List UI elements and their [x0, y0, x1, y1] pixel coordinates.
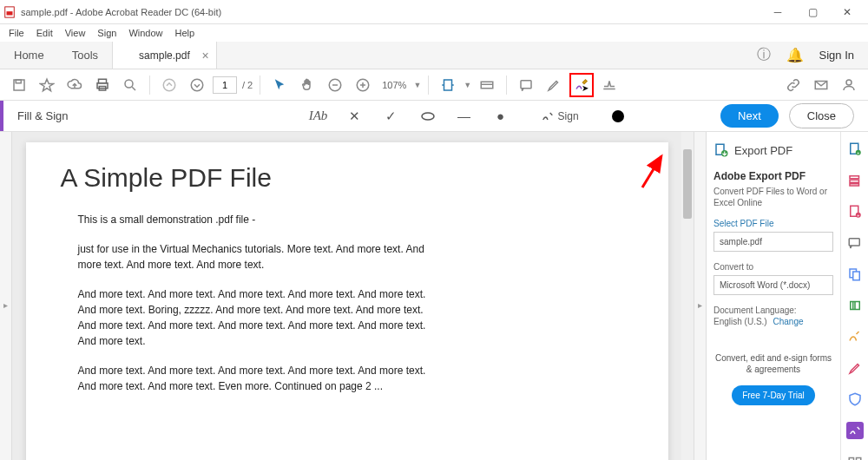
- menu-help[interactable]: Help: [170, 26, 201, 40]
- svg-text:+: +: [857, 150, 859, 155]
- doc-language-value: English (U.S.): [713, 317, 767, 326]
- hand-tool-icon[interactable]: [295, 73, 319, 97]
- shield-icon[interactable]: [846, 391, 864, 408]
- dot-tool-icon[interactable]: ●: [490, 106, 511, 127]
- right-tools-rail: + +: [840, 132, 868, 460]
- compress-pdf-icon[interactable]: [846, 297, 864, 314]
- comment-tool-icon[interactable]: [846, 234, 864, 252]
- fit-width-icon[interactable]: [436, 73, 460, 97]
- fill-sign-label: Fill & Sign: [3, 109, 82, 122]
- text-tool-icon[interactable]: IAb: [308, 106, 329, 127]
- zoom-level[interactable]: 107%: [382, 80, 406, 90]
- organize-pages-icon[interactable]: [846, 266, 864, 283]
- zoom-in-icon[interactable]: [351, 73, 375, 97]
- title-bar: sample.pdf - Adobe Acrobat Reader DC (64…: [0, 0, 868, 24]
- svg-rect-3: [16, 80, 21, 83]
- redact-icon[interactable]: [846, 328, 864, 345]
- svg-point-11: [191, 79, 203, 91]
- document-tab-label: sample.pdf: [139, 49, 190, 62]
- page-number-input[interactable]: [213, 76, 237, 94]
- tools-tab[interactable]: Tools: [58, 42, 112, 69]
- menu-bar: File Edit View Sign Window Help: [0, 24, 868, 42]
- scrollbar-thumb[interactable]: [683, 149, 692, 219]
- help-icon[interactable]: ⓘ: [757, 46, 771, 64]
- svg-point-22: [846, 80, 852, 85]
- share-link-icon[interactable]: [781, 73, 806, 97]
- fit-dropdown-icon[interactable]: ▼: [464, 81, 471, 89]
- line-tool-icon[interactable]: —: [454, 106, 475, 127]
- doc-language-label: Document Language:: [713, 306, 833, 315]
- tab-bar: Home Tools sample.pdf × ⓘ 🔔 Sign In: [0, 42, 868, 69]
- free-trial-button[interactable]: Free 7-Day Trial: [732, 385, 815, 405]
- zoom-out-icon[interactable]: [323, 73, 347, 97]
- search-icon[interactable]: [118, 73, 142, 97]
- document-tab[interactable]: sample.pdf ×: [112, 42, 217, 69]
- close-window-button[interactable]: ✕: [830, 2, 865, 23]
- pdf-page: A Simple PDF File This is a small demons…: [26, 142, 668, 460]
- maximize-button[interactable]: ▢: [795, 2, 830, 23]
- export-pdf-icon: [713, 142, 729, 158]
- fill-sign-tool-icon[interactable]: ➤: [569, 73, 594, 97]
- page-down-icon[interactable]: [185, 73, 209, 97]
- account-icon[interactable]: [837, 73, 861, 97]
- menu-sign[interactable]: Sign: [92, 26, 122, 40]
- main-toolbar: / 2 107% ▼ ▼ ➤: [0, 69, 868, 101]
- edit-pdf-icon[interactable]: +: [846, 203, 864, 220]
- combine-files-icon[interactable]: [846, 172, 864, 189]
- svg-rect-17: [444, 80, 452, 90]
- zoom-dropdown-icon[interactable]: ▼: [413, 81, 421, 89]
- next-button[interactable]: Next: [720, 104, 779, 128]
- close-button[interactable]: Close: [789, 103, 854, 128]
- left-panel-toggle[interactable]: ▸: [0, 132, 12, 460]
- minimize-button[interactable]: ─: [760, 2, 795, 23]
- check-tool-icon[interactable]: ✓: [381, 106, 402, 127]
- more-tools-icon[interactable]: [846, 453, 864, 460]
- menu-file[interactable]: File: [3, 26, 30, 40]
- svg-point-10: [163, 79, 175, 91]
- read-mode-icon[interactable]: [475, 73, 499, 97]
- doc-paragraph: And more text. And more text. And more t…: [78, 286, 443, 349]
- menu-view[interactable]: View: [60, 26, 91, 40]
- notifications-icon[interactable]: 🔔: [786, 47, 804, 63]
- export-heading: Adobe Export PDF: [713, 170, 833, 182]
- cloud-upload-icon[interactable]: [62, 73, 87, 97]
- svg-line-9: [132, 87, 135, 90]
- right-panel-toggle[interactable]: ▸: [694, 132, 706, 460]
- svg-rect-39: [852, 272, 859, 280]
- export-pdf-panel: Export PDF Adobe Export PDF Convert PDF …: [706, 132, 840, 460]
- comment-icon[interactable]: [514, 73, 538, 97]
- svg-rect-31: [850, 176, 859, 179]
- protect-pdf-icon[interactable]: [846, 359, 864, 377]
- home-tab[interactable]: Home: [0, 42, 58, 69]
- vertical-scrollbar[interactable]: [681, 132, 694, 460]
- svg-point-8: [125, 80, 133, 88]
- fill-sign-rail-icon[interactable]: [846, 422, 864, 439]
- create-pdf-icon[interactable]: +: [846, 141, 864, 158]
- cross-tool-icon[interactable]: ✕: [345, 106, 365, 127]
- star-icon[interactable]: [35, 73, 59, 97]
- menu-window[interactable]: Window: [123, 26, 168, 40]
- save-icon[interactable]: [7, 73, 31, 97]
- svg-rect-37: [849, 239, 859, 246]
- svg-point-23: [422, 113, 434, 120]
- convert-to-label: Convert to: [713, 262, 833, 272]
- doc-paragraph: This is a small demonstration .pdf file …: [78, 212, 443, 227]
- highlight-icon[interactable]: [542, 73, 566, 97]
- email-icon[interactable]: [809, 73, 833, 97]
- sign-tool[interactable]: Sign: [541, 109, 579, 123]
- doc-heading: A Simple PDF File: [61, 163, 616, 193]
- convert-format-dropdown[interactable]: Microsoft Word (*.docx): [713, 275, 833, 295]
- print-icon[interactable]: [90, 73, 115, 97]
- close-tab-icon[interactable]: ×: [202, 49, 209, 62]
- menu-edit[interactable]: Edit: [31, 26, 58, 40]
- selected-file-dropdown[interactable]: sample.pdf: [713, 232, 833, 252]
- sign-tool-label: Sign: [558, 110, 579, 122]
- ink-color-picker[interactable]: [612, 110, 624, 122]
- circle-tool-icon[interactable]: [418, 106, 438, 127]
- document-viewport[interactable]: A Simple PDF File This is a small demons…: [12, 132, 681, 460]
- sign-in-link[interactable]: Sign In: [819, 49, 854, 62]
- selection-arrow-icon[interactable]: [267, 73, 292, 97]
- page-up-icon[interactable]: [157, 73, 181, 97]
- stamp-icon[interactable]: [597, 73, 621, 97]
- change-language-link[interactable]: Change: [773, 317, 803, 326]
